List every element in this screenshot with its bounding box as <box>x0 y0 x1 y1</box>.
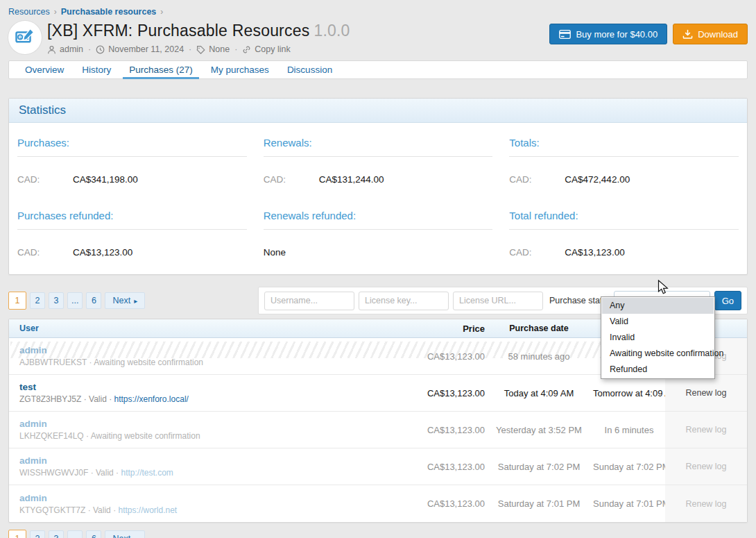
page-1[interactable]: 1 <box>8 292 26 310</box>
stat-currency: CAD: <box>264 174 319 185</box>
tab-discussion[interactable]: Discussion <box>278 61 341 78</box>
purchase-state-dropdown: Any Valid Invalid Awaiting website confi… <box>601 296 715 379</box>
license-detail: AJBBWTRUEKST · Awaiting website confirma… <box>19 358 203 367</box>
license-url-input[interactable] <box>453 292 543 310</box>
statistics-title: Statistics <box>9 99 747 123</box>
stat-value: CA$13,123.00 <box>73 247 132 258</box>
resource-title-text: [XB] XFRM: Purchasable Resources <box>47 22 309 40</box>
tab-overview[interactable]: Overview <box>16 61 73 78</box>
purchase-date-cell: 58 minutes ago <box>485 351 593 362</box>
license-key-input[interactable] <box>359 292 449 310</box>
stat-label: Totals: <box>509 131 739 157</box>
stat-currency: CAD: <box>509 247 565 258</box>
page-3[interactable]: 3 <box>49 292 64 309</box>
renew-log-link[interactable]: Renew log <box>665 485 747 522</box>
breadcrumb-purchasable-resources[interactable]: Purchasable resources <box>61 7 157 17</box>
license-url-link[interactable]: https://world.net <box>118 505 177 515</box>
statistics-block: Statistics Purchases: CAD:CA$341,198.00 … <box>8 98 748 275</box>
purchase-date-cell: Today at 4:09 AM <box>485 388 593 398</box>
price-cell: CA$13,123.00 <box>422 425 485 435</box>
license-url-link[interactable]: http://test.com <box>121 468 173 478</box>
stat-renewals: Renewals: CAD:CA$131,244.00 <box>264 131 493 185</box>
tag-icon <box>196 45 205 54</box>
go-button[interactable]: Go <box>714 291 741 310</box>
meta-dot: · <box>234 44 237 54</box>
column-header-user[interactable]: User <box>9 318 422 339</box>
breadcrumb: Resources›Purchasable resources› <box>8 7 748 17</box>
next-label: Next <box>112 534 130 538</box>
renew-log-link[interactable]: Renew log <box>665 412 747 448</box>
stat-currency: CAD: <box>509 174 565 185</box>
table-row: test ZGT8Z3HBYJ5Z · Valid · https://xenf… <box>9 375 747 412</box>
expiry-date-cell: In 6 minutes <box>593 425 665 435</box>
money-check-pen-icon: $ <box>15 27 35 48</box>
stat-label: Purchases: <box>17 131 247 157</box>
meta-dot: · <box>88 44 91 54</box>
page-ellipsis[interactable]: ... <box>67 530 83 538</box>
license-detail: LKHZQKEF14LQ · Awaiting website confirma… <box>19 431 200 441</box>
chevron-right-icon: ▸ <box>134 297 137 305</box>
page-title: [XB] XFRM: Purchasable Resources1.0.0 <box>47 22 549 40</box>
page-6[interactable]: 6 <box>86 292 101 309</box>
license-url-link[interactable]: https://xenforo.local/ <box>114 394 188 404</box>
username-link[interactable]: admin <box>19 345 415 355</box>
resource-tags: None <box>209 44 230 54</box>
dropdown-option-awaiting[interactable]: Awaiting website confirmation <box>602 346 714 362</box>
breadcrumb-separator: › <box>160 7 163 17</box>
page-ellipsis[interactable]: ... <box>67 292 83 309</box>
username-link[interactable]: test <box>19 382 415 392</box>
renew-log-link[interactable]: Renew log <box>665 375 747 411</box>
resource-header: $ [XB] XFRM: Purchasable Resources1.0.0 … <box>8 21 748 54</box>
resource-author[interactable]: admin <box>60 44 83 54</box>
username-link[interactable]: admin <box>19 455 415 466</box>
page-2[interactable]: 2 <box>30 530 45 538</box>
stat-totals: Totals: CAD:CA$472,442.00 <box>509 131 739 185</box>
license-detail: WISSHWGWVJ0F · Valid · <box>19 468 121 478</box>
page-6[interactable]: 6 <box>86 530 101 538</box>
buy-more-label: Buy more for $40.00 <box>576 29 658 40</box>
username-link[interactable]: admin <box>19 419 415 429</box>
dropdown-option-refunded[interactable]: Refunded <box>602 362 714 378</box>
buy-more-button[interactable]: Buy more for $40.00 <box>549 24 667 44</box>
page-1[interactable]: 1 <box>8 530 26 538</box>
statistics-grid: Purchases: CAD:CA$341,198.00 Renewals: C… <box>9 123 747 274</box>
resource-date: November 11, 2024 <box>108 44 184 54</box>
svg-text:$: $ <box>19 35 22 40</box>
chevron-right-icon: ▸ <box>134 535 137 538</box>
stat-value: CA$472,442.00 <box>565 174 630 185</box>
price-cell: CA$13,123.00 <box>422 388 485 398</box>
breadcrumb-resources[interactable]: Resources <box>8 7 50 17</box>
link-icon <box>242 45 251 54</box>
page-3[interactable]: 3 <box>49 530 64 538</box>
stat-label: Purchases refunded: <box>17 204 247 230</box>
column-header-purchase-date[interactable]: Purchase date <box>485 323 593 333</box>
next-page-button[interactable]: Next▸ <box>105 530 145 538</box>
dropdown-option-invalid[interactable]: Invalid <box>602 330 714 346</box>
username-input[interactable] <box>264 292 354 310</box>
stat-label: Total refunded: <box>509 204 739 230</box>
renew-log-link[interactable]: Renew log <box>665 448 747 485</box>
resource-meta: admin · November 11, 2024 · None · Copy … <box>47 44 549 54</box>
stat-value: None <box>264 247 286 258</box>
tab-bar: Overview History Purchases (27) My purch… <box>8 60 748 79</box>
license-detail: KTYGQTGKTT7Z · Valid · <box>19 505 118 515</box>
dropdown-option-any[interactable]: Any <box>602 298 714 314</box>
username-link[interactable]: admin <box>19 493 415 503</box>
page-2[interactable]: 2 <box>30 292 45 309</box>
purchase-date-cell: Saturday at 7:01 PM <box>485 498 593 509</box>
price-cell: CA$13,123.00 <box>422 351 485 362</box>
expiry-date-cell: Sunday at 7:01 PM <box>593 498 665 509</box>
tab-history[interactable]: History <box>73 61 120 78</box>
copy-link[interactable]: Copy link <box>255 44 290 54</box>
purchase-date-cell: Yesterday at 3:52 PM <box>485 425 593 435</box>
stat-label: Renewals: <box>264 131 493 157</box>
download-button[interactable]: Download <box>673 24 748 44</box>
stat-total-refunded: Total refunded: CAD:CA$13,123.00 <box>509 204 739 258</box>
column-header-price[interactable]: Price <box>422 323 485 334</box>
stat-value: CA$13,123.00 <box>565 247 624 258</box>
tab-my-purchases[interactable]: My purchases <box>202 61 278 78</box>
next-page-button[interactable]: Next▸ <box>105 292 145 309</box>
dropdown-option-valid[interactable]: Valid <box>602 314 714 330</box>
tab-purchases[interactable]: Purchases (27) <box>120 61 202 78</box>
resource-version: 1.0.0 <box>313 22 350 40</box>
